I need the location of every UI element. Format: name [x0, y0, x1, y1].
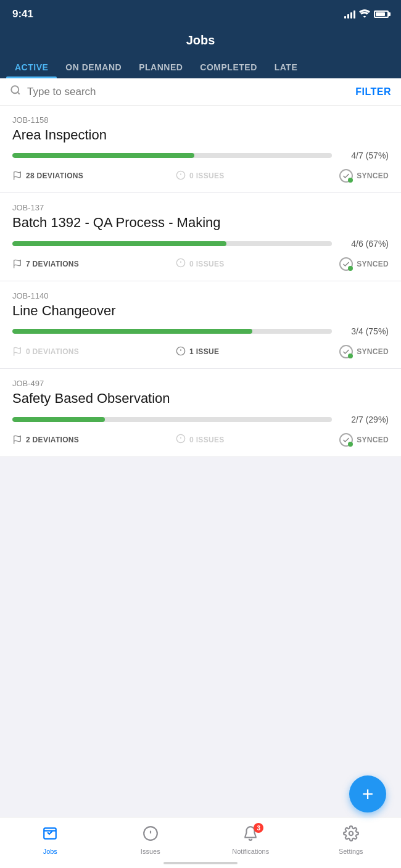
job-stats: 7 DEVIATIONS 0 ISSUES [12, 257, 389, 271]
flag-icon [12, 171, 22, 181]
bottom-nav: Jobs Issues 3 Notifications [0, 817, 401, 868]
job-id: JOB-1158 [12, 115, 389, 125]
synced-label: SYNCED [357, 172, 389, 180]
job-item[interactable]: JOB-1158 Area Inspection 4/7 (57%) 28 DE… [0, 105, 401, 193]
status-time: 9:41 [12, 8, 33, 20]
home-indicator [163, 862, 238, 864]
progress-track [12, 153, 332, 158]
jobs-nav-label: Jobs [43, 848, 57, 855]
tab-active[interactable]: ACTIVE [6, 55, 57, 78]
job-stats: 28 DEVIATIONS 0 ISSUES [12, 169, 389, 183]
alert-icon [176, 434, 186, 445]
jobs-list: JOB-1158 Area Inspection 4/7 (57%) 28 DE… [0, 105, 401, 457]
deviations-label: 7 DEVIATIONS [26, 260, 79, 268]
tab-ondemand[interactable]: ON DEMAND [57, 55, 130, 78]
issues-label: 0 ISSUES [189, 172, 224, 180]
deviations-stat: 2 DEVIATIONS [12, 435, 176, 445]
progress-label: 4/6 (67%) [339, 239, 389, 249]
svg-point-0 [11, 86, 19, 93]
search-input[interactable] [27, 86, 349, 98]
synced-stat: SYNCED [339, 433, 389, 447]
alert-icon [176, 258, 186, 270]
job-item[interactable]: JOB-1140 Line Changeover 3/4 (75%) 0 DEV… [0, 281, 401, 369]
job-title: Batch 1392 - QA Process - Making [12, 215, 389, 231]
synced-label: SYNCED [357, 260, 389, 268]
page-title: Jobs [12, 33, 389, 55]
notifications-badge: 3 [254, 823, 263, 833]
header: Jobs [0, 27, 401, 55]
issues-nav-label: Issues [141, 848, 160, 855]
issues-stat: 0 ISSUES [176, 258, 339, 270]
svg-line-1 [17, 92, 19, 94]
nav-issues[interactable]: Issues [101, 817, 201, 858]
job-item[interactable]: JOB-137 Batch 1392 - QA Process - Making… [0, 193, 401, 281]
synced-icon [339, 345, 353, 358]
add-job-fab[interactable]: + [349, 775, 386, 812]
issues-label: 0 ISSUES [189, 260, 224, 268]
wifi-icon [359, 9, 370, 20]
issues-label: 1 ISSUE [189, 347, 219, 356]
notifications-icon: 3 [242, 825, 258, 845]
search-icon [10, 85, 21, 99]
alert-icon [176, 346, 186, 358]
synced-label: SYNCED [357, 436, 389, 444]
synced-icon [339, 257, 353, 271]
status-icons [344, 9, 389, 20]
progress-fill [12, 241, 226, 246]
flag-icon [12, 259, 22, 269]
job-stats: 2 DEVIATIONS 0 ISSUES [12, 433, 389, 447]
progress-fill [12, 153, 194, 158]
status-bar: 9:41 [0, 0, 401, 27]
issues-icon [143, 825, 159, 845]
nav-settings[interactable]: Settings [301, 817, 402, 858]
alert-icon [176, 170, 186, 182]
nav-jobs[interactable]: Jobs [0, 817, 101, 858]
tab-planned[interactable]: PLANNED [130, 55, 191, 78]
job-stats: 0 DEVIATIONS 1 ISSUE [12, 345, 389, 358]
job-item[interactable]: JOB-497 Safety Based Observation 2/7 (29… [0, 369, 401, 457]
progress-row: 4/7 (57%) [12, 151, 389, 160]
tabs-container: ACTIVE ON DEMAND PLANNED COMPLETED LATE [0, 55, 401, 78]
issues-stat: 0 ISSUES [176, 434, 339, 445]
progress-label: 2/7 (29%) [339, 415, 389, 424]
filter-button[interactable]: FILTER [355, 86, 391, 97]
deviations-stat: 28 DEVIATIONS [12, 171, 176, 181]
issues-label: 0 ISSUES [189, 436, 224, 444]
issues-stat: 0 ISSUES [176, 170, 339, 182]
synced-stat: SYNCED [339, 257, 389, 271]
synced-stat: SYNCED [339, 345, 389, 358]
synced-label: SYNCED [357, 347, 389, 356]
progress-track [12, 241, 332, 246]
progress-label: 4/7 (57%) [339, 151, 389, 160]
progress-row: 2/7 (29%) [12, 415, 389, 424]
job-id: JOB-1140 [12, 291, 389, 300]
progress-row: 4/6 (67%) [12, 239, 389, 249]
tab-late[interactable]: LATE [266, 55, 307, 78]
progress-fill [12, 329, 252, 334]
deviations-stat: 7 DEVIATIONS [12, 259, 176, 269]
flag-icon [12, 347, 22, 357]
job-title: Area Inspection [12, 127, 389, 143]
progress-track [12, 329, 332, 334]
deviations-label: 28 DEVIATIONS [26, 172, 83, 180]
svg-point-23 [349, 832, 353, 836]
job-id: JOB-137 [12, 203, 389, 212]
synced-stat: SYNCED [339, 169, 389, 183]
settings-icon [343, 825, 359, 845]
progress-row: 3/4 (75%) [12, 326, 389, 336]
synced-icon [339, 169, 353, 183]
issues-stat: 1 ISSUE [176, 346, 339, 358]
job-id: JOB-497 [12, 379, 389, 388]
tab-completed[interactable]: COMPLETED [191, 55, 265, 78]
nav-notifications[interactable]: 3 Notifications [200, 817, 301, 858]
job-title: Safety Based Observation [12, 391, 389, 407]
flag-icon [12, 435, 22, 445]
deviations-label: 0 DEVIATIONS [26, 347, 79, 356]
jobs-icon [42, 825, 58, 845]
synced-icon [339, 433, 353, 447]
signal-icon [344, 10, 355, 19]
settings-nav-label: Settings [339, 848, 363, 855]
deviations-stat: 0 DEVIATIONS [12, 347, 176, 357]
deviations-label: 2 DEVIATIONS [26, 436, 79, 444]
job-title: Line Changeover [12, 303, 389, 319]
